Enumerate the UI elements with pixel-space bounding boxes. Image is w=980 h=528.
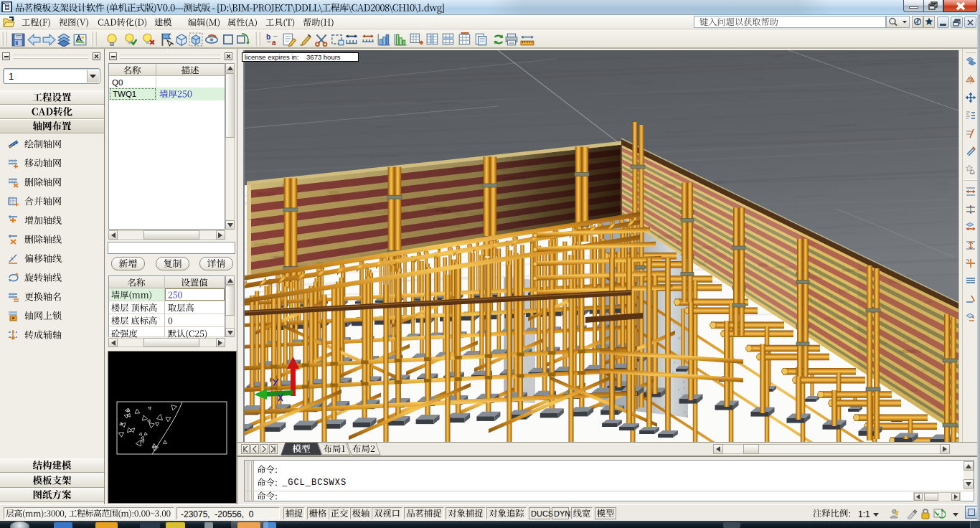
svg-text:a: a <box>272 39 276 47</box>
svg-text:b: b <box>266 33 270 41</box>
